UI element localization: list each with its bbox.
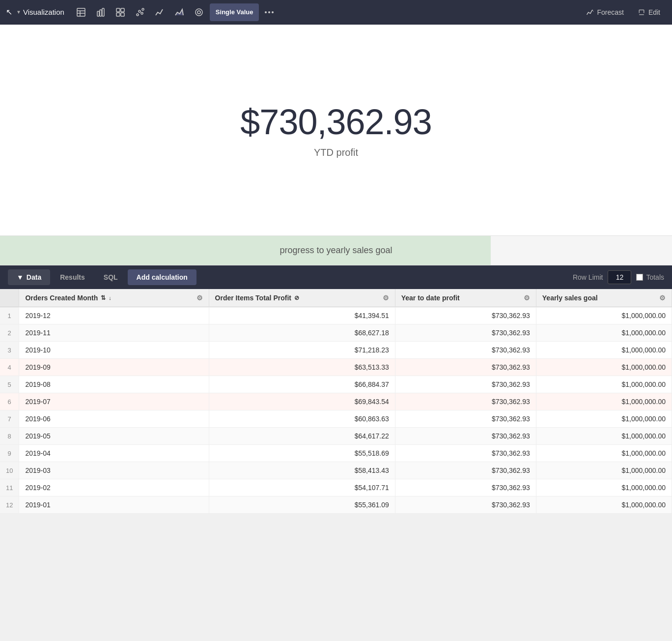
svg-rect-4: [97, 11, 99, 16]
pivot-view-button[interactable]: [112, 3, 129, 21]
cell-rownum: 11: [0, 479, 19, 496]
cell-goal: $1,000,000.00: [536, 359, 672, 376]
cell-goal: $1,000,000.00: [536, 393, 672, 410]
more-options-button[interactable]: [261, 8, 278, 16]
col-ytd-label: Year to date profit: [401, 294, 460, 302]
table-row: 11 2019-02 $54,107.71 $730,362.93 $1,000…: [0, 479, 672, 496]
col-ytd-gear-icon[interactable]: ⚙: [524, 294, 530, 302]
cell-month: 2019-07: [19, 393, 209, 410]
single-value-amount: $730,362.93: [240, 102, 431, 142]
svg-point-13: [141, 12, 143, 14]
cell-goal: $1,000,000.00: [536, 462, 672, 479]
cell-goal: $1,000,000.00: [536, 428, 672, 445]
cell-goal: $1,000,000.00: [536, 479, 672, 496]
cell-rownum: 3: [0, 342, 19, 359]
cell-month: 2019-01: [19, 496, 209, 514]
cell-ytd: $730,362.93: [395, 359, 536, 376]
table-row: 7 2019-06 $60,863.63 $730,362.93 $1,000,…: [0, 410, 672, 428]
totals-toggle[interactable]: Totals: [636, 273, 664, 281]
col-month-sort-icon[interactable]: ⇅: [101, 294, 106, 301]
donut-view-button[interactable]: [190, 3, 208, 21]
bar-chart-view-button[interactable]: [92, 3, 110, 21]
table-row: 12 2019-01 $55,361.09 $730,362.93 $1,000…: [0, 496, 672, 514]
data-tabs-bar: ▼ Data Results SQL Add calculation Row L…: [0, 265, 672, 289]
progress-bar-area: progress to yearly sales goal: [0, 236, 672, 265]
cell-goal: $1,000,000.00: [536, 342, 672, 359]
row-limit-input[interactable]: [608, 270, 631, 284]
svg-rect-7: [116, 8, 120, 12]
forecast-label: Forecast: [597, 8, 623, 16]
cell-ytd: $730,362.93: [395, 410, 536, 428]
tab-data-arrow: ▼: [17, 273, 24, 281]
table-row: 9 2019-04 $55,518.69 $730,362.93 $1,000,…: [0, 445, 672, 462]
table-row: 2 2019-11 $68,627.18 $730,362.93 $1,000,…: [0, 324, 672, 342]
cell-profit: $54,107.71: [209, 479, 395, 496]
table-body: 1 2019-12 $41,394.51 $730,362.93 $1,000,…: [0, 307, 672, 514]
table-row: 8 2019-05 $64,617.22 $730,362.93 $1,000,…: [0, 428, 672, 445]
tab-data-label: Data: [27, 273, 41, 281]
col-month-sort-down-icon[interactable]: ↓: [109, 295, 112, 301]
table-row: 1 2019-12 $41,394.51 $730,362.93 $1,000,…: [0, 307, 672, 324]
cell-ytd: $730,362.93: [395, 393, 536, 410]
cell-rownum: 6: [0, 393, 19, 410]
svg-rect-6: [102, 8, 104, 16]
svg-rect-0: [77, 8, 85, 16]
col-header-goal[interactable]: Yearly sales goal ⚙: [536, 289, 672, 307]
svg-rect-5: [100, 10, 102, 16]
visualization-title: Visualization: [23, 8, 64, 16]
col-header-month[interactable]: Orders Created Month ⇅ ↓ ⚙: [19, 289, 209, 307]
cell-month: 2019-12: [19, 307, 209, 324]
cell-month: 2019-05: [19, 428, 209, 445]
cell-ytd: $730,362.93: [395, 307, 536, 324]
table-row: 5 2019-08 $66,884.37 $730,362.93 $1,000,…: [0, 376, 672, 393]
cell-goal: $1,000,000.00: [536, 307, 672, 324]
cell-ytd: $730,362.93: [395, 428, 536, 445]
col-month-gear-icon[interactable]: ⚙: [196, 294, 203, 302]
cell-profit: $64,617.22: [209, 428, 395, 445]
table-row: 4 2019-09 $63,513.33 $730,362.93 $1,000,…: [0, 359, 672, 376]
cell-profit: $55,518.69: [209, 445, 395, 462]
cell-ytd: $730,362.93: [395, 445, 536, 462]
cell-profit: $68,627.18: [209, 324, 395, 342]
cell-month: 2019-08: [19, 376, 209, 393]
cell-month: 2019-10: [19, 342, 209, 359]
tab-sql-label: SQL: [104, 273, 118, 281]
col-header-ytd[interactable]: Year to date profit ⚙: [395, 289, 536, 307]
cell-profit: $69,843.54: [209, 393, 395, 410]
cell-month: 2019-11: [19, 324, 209, 342]
svg-point-14: [142, 8, 144, 10]
cell-rownum: 8: [0, 428, 19, 445]
cell-goal: $1,000,000.00: [536, 496, 672, 514]
totals-checkbox[interactable]: [636, 274, 643, 281]
col-goal-gear-icon[interactable]: ⚙: [659, 294, 666, 302]
scatter-view-button[interactable]: [131, 3, 149, 21]
cell-goal: $1,000,000.00: [536, 324, 672, 342]
single-value-display: $730,362.93 YTD profit: [0, 25, 672, 236]
single-value-view-button[interactable]: Single Value: [210, 3, 259, 21]
data-tabs-controls: Row Limit Totals: [573, 270, 664, 284]
cell-goal: $1,000,000.00: [536, 445, 672, 462]
table-row: 10 2019-03 $58,413.43 $730,362.93 $1,000…: [0, 462, 672, 479]
cell-rownum: 2: [0, 324, 19, 342]
cell-month: 2019-02: [19, 479, 209, 496]
cell-rownum: 10: [0, 462, 19, 479]
edit-button[interactable]: Edit: [632, 5, 666, 19]
tab-results-label: Results: [60, 273, 85, 281]
progress-label: progress to yearly sales goal: [10, 245, 662, 256]
table-view-button[interactable]: [72, 3, 90, 21]
line-view-button[interactable]: [151, 3, 168, 21]
col-profit-calc-icon: ⊘: [294, 294, 299, 301]
cell-goal: $1,000,000.00: [536, 410, 672, 428]
add-calculation-button[interactable]: Add calculation: [128, 269, 196, 285]
tab-results[interactable]: Results: [51, 269, 94, 285]
forecast-button[interactable]: Forecast: [580, 5, 629, 19]
area-view-button[interactable]: [170, 3, 188, 21]
visualization-dropdown-arrow[interactable]: ▼: [16, 9, 21, 15]
col-header-profit[interactable]: Order Items Total Profit ⊘ ⚙: [209, 289, 395, 307]
col-profit-gear-icon[interactable]: ⚙: [383, 294, 389, 302]
tab-sql[interactable]: SQL: [95, 269, 127, 285]
tab-data[interactable]: ▼ Data: [8, 269, 50, 285]
cursor-icon: ↖: [6, 7, 12, 17]
svg-point-11: [137, 14, 139, 16]
cell-profit: $58,413.43: [209, 462, 395, 479]
